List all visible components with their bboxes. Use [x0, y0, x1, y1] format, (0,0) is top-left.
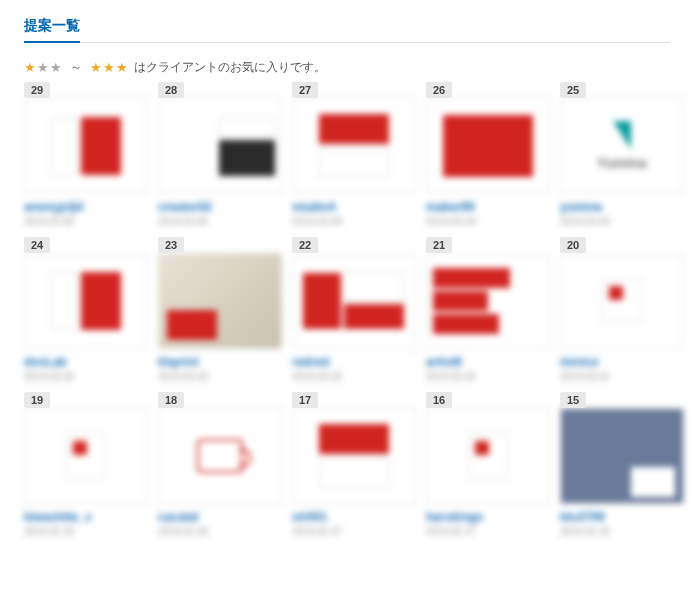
proposal-date: 2019.03.04: [426, 216, 550, 227]
proposal-thumbnail[interactable]: [158, 98, 282, 194]
star-icon: ★: [50, 61, 62, 74]
proposal-card[interactable]: 26maker992019.03.04: [426, 90, 550, 227]
tilde: ～: [70, 59, 82, 76]
proposal-number-badge: 20: [560, 237, 586, 253]
section-title: 提案一覧: [24, 17, 80, 43]
proposal-date: 2019.03.04: [560, 216, 684, 227]
proposal-card[interactable]: 28creator022019.03.05: [158, 90, 282, 227]
section-divider: [24, 42, 670, 43]
proposal-card[interactable]: 23khprint2019.03.03: [158, 245, 282, 382]
proposal-author[interactable]: blu3709: [560, 510, 684, 524]
proposal-thumbnail[interactable]: [426, 98, 550, 194]
proposal-author[interactable]: maker99: [426, 200, 550, 214]
proposal-card[interactable]: 16harukings2019.02.27: [426, 400, 550, 537]
proposal-date: 2019.02.26: [560, 526, 684, 537]
star-icon: ★: [116, 61, 128, 74]
proposal-card[interactable]: 25Yuminayumina2019.03.04: [560, 90, 684, 227]
proposal-card[interactable]: 22redred2019.03.02: [292, 245, 416, 382]
proposal-author[interactable]: cacatal: [158, 510, 282, 524]
proposal-thumbnail[interactable]: [292, 408, 416, 504]
proposal-number-badge: 23: [158, 237, 184, 253]
proposal-card[interactable]: 19kiwashita_s2019.02.28: [24, 400, 148, 537]
proposal-number-badge: 26: [426, 82, 452, 98]
proposal-number-badge: 25: [560, 82, 586, 98]
proposal-thumbnail[interactable]: [292, 98, 416, 194]
proposal-thumbnail[interactable]: [158, 253, 282, 349]
proposal-card[interactable]: 20minico2019.03.01: [560, 245, 684, 382]
proposal-number-badge: 21: [426, 237, 452, 253]
star-icon: ★: [37, 61, 49, 74]
proposal-number-badge: 15: [560, 392, 586, 408]
proposal-author[interactable]: anonyp3j4: [24, 200, 148, 214]
proposal-thumbnail[interactable]: [426, 408, 550, 504]
proposal-date: 2019.02.28: [158, 526, 282, 537]
proposal-date: 2019.03.03: [24, 371, 148, 382]
proposal-author[interactable]: harukings: [426, 510, 550, 524]
proposal-author[interactable]: dsnLab: [24, 355, 148, 369]
proposal-thumbnail[interactable]: [426, 253, 550, 349]
proposal-card[interactable]: 21artist82019.03.02: [426, 245, 550, 382]
proposal-author[interactable]: yumina: [560, 200, 684, 214]
proposal-author[interactable]: kiwashita_s: [24, 510, 148, 524]
proposal-number-badge: 19: [24, 392, 50, 408]
stars-high: ★ ★ ★: [90, 61, 128, 74]
proposal-date: 2019.02.27: [426, 526, 550, 537]
proposal-author[interactable]: artist8: [426, 355, 550, 369]
proposal-author[interactable]: redred: [292, 355, 416, 369]
star-icon: ★: [24, 61, 36, 74]
proposal-number-badge: 17: [292, 392, 318, 408]
proposal-date: 2019.02.27: [292, 526, 416, 537]
proposal-author[interactable]: khprint: [158, 355, 282, 369]
proposal-author[interactable]: minico: [560, 355, 684, 369]
proposal-card[interactable]: 17str0012019.02.27: [292, 400, 416, 537]
proposal-number-badge: 18: [158, 392, 184, 408]
star-icon: ★: [103, 61, 115, 74]
proposal-card[interactable]: 24dsnLab2019.03.03: [24, 245, 148, 382]
proposal-date: 2019.03.05: [158, 216, 282, 227]
proposal-date: 2019.03.02: [292, 371, 416, 382]
proposal-card[interactable]: 27studioA2019.03.05: [292, 90, 416, 227]
star-icon: ★: [90, 61, 102, 74]
proposal-date: 2019.03.06: [24, 216, 148, 227]
proposal-thumbnail[interactable]: [560, 408, 684, 504]
proposal-date: 2019.03.01: [560, 371, 684, 382]
favorite-legend: ★ ★ ★ ～ ★ ★ ★ はクライアントのお気に入りです。: [24, 59, 670, 76]
proposal-thumbnail[interactable]: [24, 408, 148, 504]
legend-text: はクライアントのお気に入りです。: [134, 59, 326, 76]
proposal-date: 2019.03.05: [292, 216, 416, 227]
proposal-number-badge: 27: [292, 82, 318, 98]
proposal-card[interactable]: 29anonyp3j42019.03.06: [24, 90, 148, 227]
proposal-author[interactable]: studioA: [292, 200, 416, 214]
proposal-thumbnail[interactable]: [292, 253, 416, 349]
proposal-thumbnail[interactable]: [560, 253, 684, 349]
proposal-author[interactable]: creator02: [158, 200, 282, 214]
proposal-number-badge: 28: [158, 82, 184, 98]
proposal-date: 2019.02.28: [24, 526, 148, 537]
stars-low: ★ ★ ★: [24, 61, 62, 74]
proposal-number-badge: 22: [292, 237, 318, 253]
proposal-thumbnail[interactable]: Yumina: [560, 98, 684, 194]
proposal-thumbnail[interactable]: [24, 253, 148, 349]
proposal-grid: 29anonyp3j42019.03.0628creator022019.03.…: [24, 90, 670, 537]
proposal-date: 2019.03.02: [426, 371, 550, 382]
proposal-author[interactable]: str001: [292, 510, 416, 524]
proposal-date: 2019.03.03: [158, 371, 282, 382]
proposal-thumbnail[interactable]: [158, 408, 282, 504]
proposal-card[interactable]: 18cacatal2019.02.28: [158, 400, 282, 537]
proposal-number-badge: 24: [24, 237, 50, 253]
proposal-number-badge: 16: [426, 392, 452, 408]
proposal-number-badge: 29: [24, 82, 50, 98]
proposal-card[interactable]: 15blu37092019.02.26: [560, 400, 684, 537]
proposal-thumbnail[interactable]: [24, 98, 148, 194]
